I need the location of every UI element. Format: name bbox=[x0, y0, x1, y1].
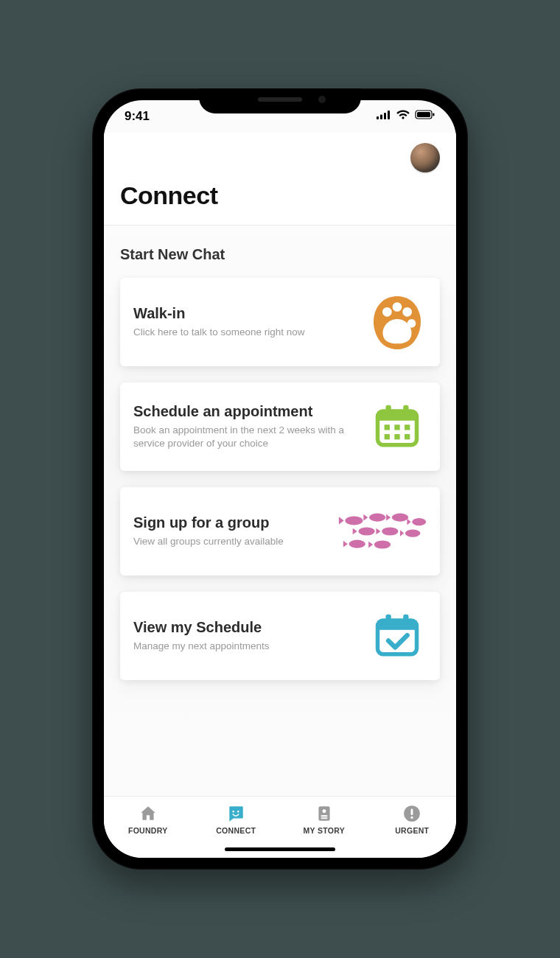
svg-point-29 bbox=[374, 540, 391, 548]
avatar-row bbox=[120, 143, 440, 172]
home-icon bbox=[139, 804, 158, 823]
svg-rect-1 bbox=[380, 115, 382, 120]
tab-urgent[interactable]: URGENT bbox=[368, 797, 457, 858]
chat-smile-icon bbox=[226, 804, 245, 823]
card-text: Schedule an appointment Book an appointm… bbox=[133, 403, 357, 450]
svg-rect-16 bbox=[394, 424, 399, 430]
svg-point-22 bbox=[369, 514, 385, 522]
svg-point-23 bbox=[392, 514, 408, 522]
tab-label: CONNECT bbox=[216, 826, 256, 835]
svg-rect-5 bbox=[417, 112, 430, 117]
content: Start New Chat Walk-in Click here to tal… bbox=[104, 225, 456, 796]
svg-point-7 bbox=[382, 307, 392, 317]
svg-rect-2 bbox=[384, 113, 386, 119]
svg-rect-19 bbox=[394, 434, 399, 439]
svg-point-8 bbox=[393, 302, 402, 312]
avatar[interactable] bbox=[410, 143, 440, 172]
svg-point-28 bbox=[349, 540, 365, 548]
svg-rect-39 bbox=[321, 817, 327, 819]
card-view-schedule[interactable]: View my Schedule Manage my next appointm… bbox=[120, 592, 440, 680]
svg-rect-20 bbox=[405, 434, 410, 439]
page-header: Connect bbox=[104, 133, 456, 225]
cellular-icon bbox=[377, 109, 391, 124]
phone-frame: 9:41 Connect Start New Chat bbox=[92, 88, 468, 870]
status-time: 9:41 bbox=[125, 109, 150, 124]
svg-rect-31 bbox=[377, 620, 416, 630]
card-text: Walk-in Click here to talk to someone ri… bbox=[133, 305, 357, 339]
svg-rect-14 bbox=[403, 405, 408, 415]
svg-point-9 bbox=[402, 307, 412, 317]
status-right bbox=[377, 109, 435, 124]
svg-rect-0 bbox=[377, 116, 379, 119]
svg-point-42 bbox=[411, 817, 413, 819]
svg-rect-13 bbox=[385, 405, 391, 415]
svg-rect-3 bbox=[388, 111, 390, 119]
svg-point-34 bbox=[233, 811, 235, 813]
tab-foundry[interactable]: FOUNDRY bbox=[104, 797, 192, 858]
screen: 9:41 Connect Start New Chat bbox=[104, 100, 456, 858]
card-subtitle: Book an appointment in the next 2 weeks … bbox=[133, 424, 357, 450]
home-indicator bbox=[225, 847, 335, 851]
card-title: Schedule an appointment bbox=[133, 403, 357, 420]
card-subtitle: Manage my next appointments bbox=[133, 640, 357, 653]
section-title: Start New Chat bbox=[120, 246, 440, 263]
svg-rect-32 bbox=[385, 615, 391, 624]
page-title: Connect bbox=[120, 181, 440, 210]
calendar-check-icon bbox=[368, 606, 427, 665]
card-subtitle: Click here to talk to someone right now bbox=[133, 326, 357, 339]
profile-card-icon bbox=[315, 804, 334, 823]
card-text: Sign up for a group View all groups curr… bbox=[133, 514, 328, 548]
card-walk-in[interactable]: Walk-in Click here to talk to someone ri… bbox=[120, 278, 440, 366]
battery-icon bbox=[415, 109, 435, 124]
card-sign-up-group[interactable]: Sign up for a group View all groups curr… bbox=[120, 487, 440, 576]
svg-point-37 bbox=[322, 809, 326, 813]
paw-icon bbox=[368, 293, 427, 352]
svg-point-24 bbox=[412, 518, 426, 525]
svg-point-21 bbox=[345, 516, 363, 525]
tab-label: FOUNDRY bbox=[128, 826, 168, 835]
card-subtitle: View all groups currently available bbox=[133, 535, 328, 548]
tab-label: URGENT bbox=[395, 826, 429, 835]
card-title: Walk-in bbox=[133, 305, 357, 322]
svg-point-25 bbox=[358, 527, 374, 535]
card-title: View my Schedule bbox=[133, 619, 357, 636]
fish-group-icon bbox=[338, 502, 427, 561]
card-schedule-appointment[interactable]: Schedule an appointment Book an appointm… bbox=[120, 382, 440, 471]
wifi-icon bbox=[396, 109, 410, 124]
svg-point-35 bbox=[237, 811, 239, 813]
svg-rect-41 bbox=[411, 809, 413, 816]
alert-icon bbox=[402, 804, 421, 823]
svg-rect-12 bbox=[377, 411, 416, 421]
svg-rect-18 bbox=[385, 434, 390, 439]
svg-rect-15 bbox=[385, 424, 390, 430]
svg-point-27 bbox=[405, 529, 421, 536]
svg-rect-33 bbox=[403, 615, 408, 624]
card-text: View my Schedule Manage my next appointm… bbox=[133, 619, 357, 653]
phone-notch bbox=[199, 88, 361, 113]
card-title: Sign up for a group bbox=[133, 514, 328, 531]
svg-rect-38 bbox=[321, 815, 327, 817]
svg-rect-17 bbox=[405, 424, 410, 430]
svg-point-26 bbox=[382, 527, 398, 535]
tab-label: MY STORY bbox=[304, 826, 345, 835]
svg-rect-6 bbox=[433, 113, 434, 116]
calendar-icon bbox=[368, 397, 427, 456]
